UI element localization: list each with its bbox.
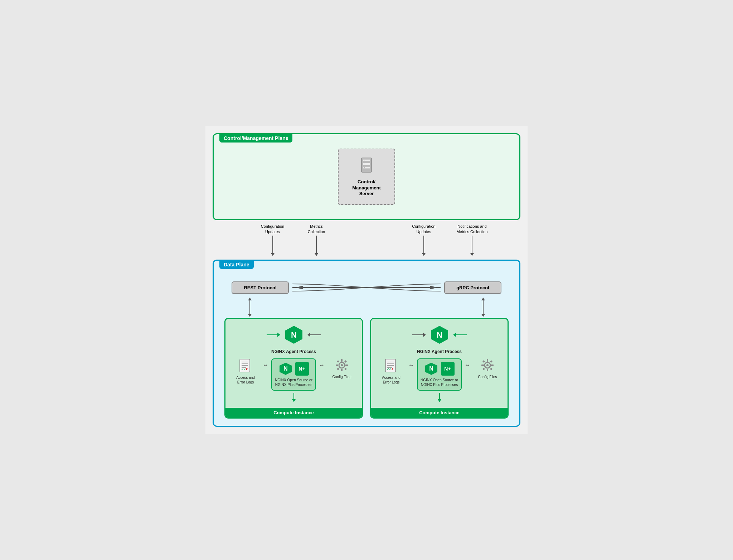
svg-rect-45 xyxy=(487,359,488,362)
crossing-arrows-svg xyxy=(292,279,441,296)
h-arrow-config-right: ↔ xyxy=(465,358,470,368)
config-updates-right-label: Configuration Updates xyxy=(409,224,438,234)
svg-rect-46 xyxy=(487,369,488,371)
h-arrow-logs-right: ↔ xyxy=(408,358,414,368)
svg-rect-23 xyxy=(341,359,343,362)
svg-rect-47 xyxy=(481,365,484,366)
config-updates-left: Configuration Updates xyxy=(259,224,286,254)
server-label: Control/Management Server xyxy=(349,179,384,197)
svg-rect-30 xyxy=(344,368,347,370)
logs-icon-left: ✓ ✓ ✗ xyxy=(239,358,252,375)
nginx-processes-right: N N+ NGINX Open Source or NGINX Plus Pro… xyxy=(417,358,462,391)
svg-rect-51 xyxy=(482,368,485,370)
svg-rect-29 xyxy=(337,368,339,370)
svg-text:N: N xyxy=(291,330,297,339)
nginx-processes-label-left: NGINX Open Source or NGINX Plus Processe… xyxy=(274,378,313,387)
agent-label-right: NGINX Agent Process xyxy=(377,349,502,354)
rest-protocol-box: REST Protocol xyxy=(232,281,289,294)
svg-rect-49 xyxy=(482,360,485,363)
sub-process-right: ✓ ✓ ✗ Access andError Logs ↔ xyxy=(377,358,502,391)
svg-marker-7 xyxy=(295,286,303,289)
agent-row-left: N xyxy=(231,325,356,345)
agent-row-right: N xyxy=(377,325,502,345)
h-arrow-config-left: ↔ xyxy=(319,358,325,368)
nginx-plus-icon-left: N+ xyxy=(295,362,309,376)
protocol-row: REST Protocol gRPC Protocol xyxy=(221,268,512,300)
logs-item-left: ✓ ✓ ✗ Access andError Logs xyxy=(231,358,260,385)
compute-row: N NGINX Agent Process xyxy=(221,318,512,419)
nginx-processes-label-right: NGINX Open Source or NGINX Plus Processe… xyxy=(420,378,459,387)
agent-label-left: NGINX Agent Process xyxy=(231,349,356,354)
notifications-metrics: Notifications and Metrics Collection xyxy=(456,224,488,254)
logs-label-right: Access andError Logs xyxy=(382,375,401,385)
config-icon-right xyxy=(481,358,494,375)
logs-label-left: Access andError Logs xyxy=(236,375,255,385)
svg-text:✗: ✗ xyxy=(246,368,248,371)
svg-text:N: N xyxy=(437,330,442,339)
metrics-collection-left: Metrics Collection xyxy=(304,224,329,254)
nginx-open-source-icon-right: N xyxy=(424,362,438,376)
svg-point-22 xyxy=(341,364,343,366)
config-label-left: Config Files xyxy=(332,375,351,379)
nginx-hex-right: N xyxy=(429,325,450,345)
config-item-left: Config Files xyxy=(327,358,356,379)
agent-down-arrow-left xyxy=(231,393,356,400)
svg-rect-48 xyxy=(491,365,494,366)
nginx-plus-icon-right: N+ xyxy=(441,362,455,376)
svg-marker-8 xyxy=(430,286,438,289)
control-plane: Control/Management Plane Control/Manag xyxy=(213,133,520,221)
nginx-processes-left: N N+ NGINX Open Source or NGINX Plus Pro… xyxy=(271,358,316,391)
management-server-box: Control/Management Server xyxy=(338,149,395,205)
logs-icon-right: ✓ ✓ ✗ xyxy=(385,358,398,375)
compute-footer-left: Compute Instance xyxy=(225,408,362,417)
svg-text:N: N xyxy=(429,366,433,372)
server-icon xyxy=(349,156,384,177)
sub-process-left: ✓ ✓ ✗ Access andError Logs ↔ xyxy=(231,358,356,391)
nginx-hex-left: N xyxy=(284,325,304,345)
config-icon-left xyxy=(335,358,349,375)
metrics-collection-label: Metrics Collection xyxy=(304,224,329,234)
compute-footer-right: Compute Instance xyxy=(371,408,508,417)
inter-plane-arrows: Configuration Updates Metrics Collection… xyxy=(213,224,520,260)
data-plane: Data Plane REST Protocol g xyxy=(213,260,520,427)
compute-instance-left: N NGINX Agent Process xyxy=(224,318,363,419)
svg-text:N: N xyxy=(283,366,288,372)
svg-rect-28 xyxy=(344,360,347,363)
agent-down-arrow-right xyxy=(377,393,502,400)
svg-rect-50 xyxy=(490,360,492,363)
compute-instance-right: N NGINX Agent Process xyxy=(370,318,509,419)
svg-rect-26 xyxy=(345,365,348,366)
h-arrow-logs-left: ↔ xyxy=(263,358,268,368)
config-label-right: Config Files xyxy=(478,375,497,379)
config-updates-left-label: Configuration Updates xyxy=(259,224,286,234)
control-plane-label: Control/Management Plane xyxy=(219,134,292,143)
svg-rect-24 xyxy=(341,369,343,371)
svg-rect-27 xyxy=(337,360,339,363)
config-item-right: Config Files xyxy=(473,358,502,379)
svg-rect-52 xyxy=(490,368,492,370)
svg-rect-1 xyxy=(363,159,370,161)
notifications-metrics-label: Notifications and Metrics Collection xyxy=(456,224,488,234)
grpc-protocol-box: gRPC Protocol xyxy=(444,281,501,294)
svg-point-44 xyxy=(486,364,489,366)
svg-text:✗: ✗ xyxy=(391,368,394,371)
nginx-open-source-icon-left: N xyxy=(279,362,292,376)
config-updates-right: Configuration Updates xyxy=(409,224,438,254)
svg-rect-25 xyxy=(336,365,338,366)
logs-item-right: ✓ ✓ ✗ Access andError Logs xyxy=(377,358,406,385)
diagram-wrapper: Control/Management Plane Control/Manag xyxy=(205,126,528,434)
